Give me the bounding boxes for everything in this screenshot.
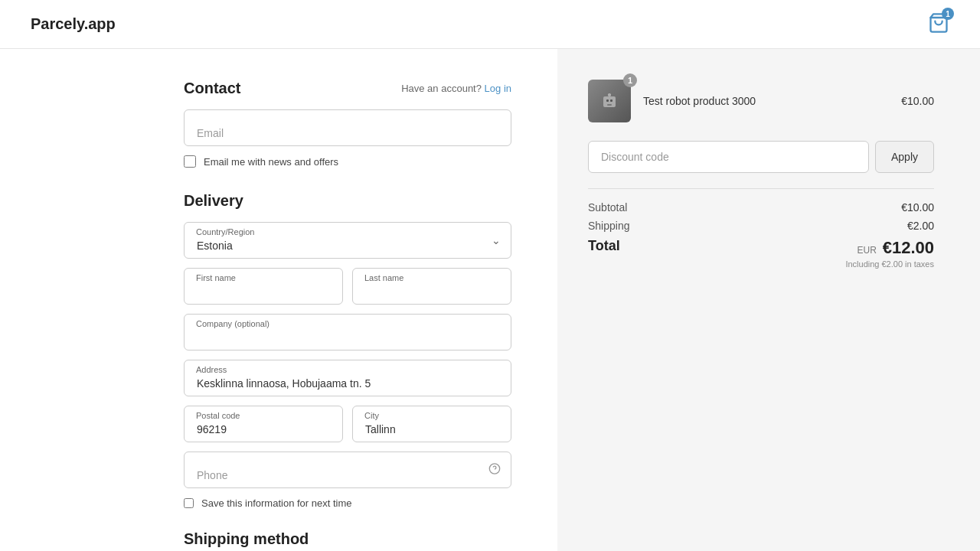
- city-wrapper: City: [352, 406, 511, 442]
- subtotal-value: €10.00: [901, 201, 934, 214]
- product-name: Test robot product 3000: [643, 95, 756, 107]
- shipping-value: €2.00: [907, 220, 934, 232]
- cart-button[interactable]: 1: [928, 12, 949, 36]
- product-image: [588, 80, 631, 122]
- first-name-label: First name: [196, 273, 236, 282]
- subtotal-label: Subtotal: [588, 201, 627, 214]
- email-news-row: Email me with news and offers: [184, 155, 511, 168]
- discount-row: Apply: [588, 141, 934, 173]
- cart-badge: 1: [942, 8, 954, 20]
- email-input[interactable]: [184, 109, 511, 146]
- total-right: EUR €12.00 Including €2.00 in taxes: [845, 238, 934, 269]
- login-link[interactable]: Log in: [485, 83, 511, 94]
- apply-button[interactable]: Apply: [875, 141, 934, 173]
- postal-wrapper: Postal code: [184, 406, 343, 442]
- product-price: €10.00: [901, 95, 934, 107]
- email-news-label[interactable]: Email me with news and offers: [204, 156, 338, 168]
- country-label: Country/Region: [196, 227, 254, 236]
- last-name-wrapper: Last name: [352, 268, 511, 305]
- email-news-checkbox[interactable]: [184, 155, 196, 168]
- last-name-label: Last name: [364, 273, 403, 282]
- phone-input[interactable]: [184, 452, 511, 488]
- product-info: Test robot product 3000: [643, 95, 889, 107]
- total-currency: EUR: [857, 245, 876, 256]
- header: Parcely.app 1: [0, 0, 980, 49]
- save-info-checkbox[interactable]: [184, 498, 194, 508]
- address-label: Address: [196, 365, 227, 374]
- product-image-wrapper: 1: [588, 80, 631, 122]
- postal-label: Postal code: [196, 411, 240, 420]
- product-badge: 1: [623, 73, 637, 87]
- phone-wrapper: [184, 452, 511, 488]
- right-panel: 1 Test robot product 3000 €10.00 Apply S…: [557, 49, 980, 551]
- shipping-row: Shipping €2.00: [588, 220, 934, 232]
- shipping-section: Shipping method Omniva parcel lockers €2…: [184, 530, 511, 551]
- left-panel: Contact Have an account? Log in Email me…: [0, 49, 557, 551]
- total-tax: Including €2.00 in taxes: [845, 259, 934, 269]
- have-account-text: Have an account? Log in: [401, 83, 511, 94]
- address-input[interactable]: [184, 360, 511, 396]
- total-row: Total EUR €12.00 Including €2.00 in taxe…: [588, 238, 934, 269]
- company-wrapper: Company (optional): [184, 314, 511, 350]
- subtotal-row: Subtotal €10.00: [588, 201, 934, 214]
- contact-section: Contact Have an account? Log in Email me…: [184, 80, 511, 168]
- save-info-label[interactable]: Save this information for next time: [201, 497, 352, 509]
- total-value: €12.00: [883, 238, 934, 257]
- shipping-label: Shipping: [588, 220, 630, 232]
- total-label: Total: [588, 238, 620, 254]
- contact-title: Contact: [184, 80, 240, 97]
- save-info-row: Save this information for next time: [184, 497, 511, 509]
- phone-help-icon[interactable]: [488, 463, 501, 478]
- robot-svg: [597, 89, 622, 113]
- svg-rect-6: [607, 104, 612, 106]
- name-row: First name Last name: [184, 268, 511, 305]
- address-wrapper: Address: [184, 360, 511, 396]
- logo: Parcely.app: [31, 15, 116, 33]
- postal-city-row: Postal code City: [184, 406, 511, 442]
- email-wrapper: [184, 109, 511, 146]
- svg-rect-5: [610, 99, 612, 102]
- delivery-section: Delivery Country/Region Estonia ⌄ First …: [184, 192, 511, 509]
- contact-header: Contact Have an account? Log in: [184, 80, 511, 97]
- company-label: Company (optional): [196, 319, 270, 328]
- first-name-wrapper: First name: [184, 268, 343, 305]
- page-wrapper: Parcely.app 1 Contact Have an account? L…: [0, 0, 980, 551]
- product-row: 1 Test robot product 3000 €10.00: [588, 80, 934, 122]
- totals-section: Subtotal €10.00 Shipping €2.00 Total EUR…: [588, 188, 934, 269]
- delivery-title: Delivery: [184, 192, 511, 210]
- shipping-title: Shipping method: [184, 530, 511, 548]
- svg-rect-4: [606, 99, 609, 102]
- city-label: City: [364, 411, 379, 420]
- country-wrapper: Country/Region Estonia ⌄: [184, 222, 511, 259]
- main-layout: Contact Have an account? Log in Email me…: [0, 49, 980, 551]
- discount-input[interactable]: [588, 141, 869, 173]
